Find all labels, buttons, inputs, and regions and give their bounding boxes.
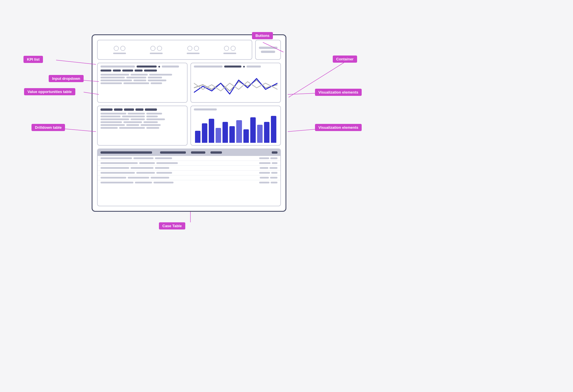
drill-dbar: [126, 124, 139, 126]
drill-dbar: [128, 113, 145, 114]
ct-header-bar: [210, 151, 222, 154]
ct-bar: [128, 177, 149, 179]
bar-chart-area: [194, 113, 277, 143]
ct-bar: [155, 167, 169, 169]
chart-dot: [243, 66, 245, 68]
input-dropdown-row: [101, 66, 184, 68]
ct-bar: [101, 177, 126, 179]
bar-chart-label: [194, 108, 217, 110]
drill-dbar: [146, 116, 158, 117]
ct-bar: [101, 182, 133, 183]
ct-bar: [101, 157, 132, 159]
dropdown-bar-dark: [137, 66, 157, 68]
drill-hbar: [114, 108, 123, 111]
viz-line-chart: [190, 63, 281, 103]
bar-col: [216, 128, 221, 143]
table-row: [98, 171, 280, 175]
drill-dbar: [131, 118, 145, 120]
table-row: [101, 121, 184, 123]
ct-bar-sm: [271, 182, 277, 183]
annotation-viz-1: Visualization elements: [315, 89, 362, 96]
data-bar: [126, 77, 146, 78]
header-bar: [101, 70, 111, 72]
bar-col: [264, 122, 269, 143]
drill-dbar: [119, 127, 145, 129]
table-header-row: [101, 70, 184, 72]
ct-bar-sm: [272, 162, 277, 164]
line-chart-area: [194, 69, 277, 100]
data-bar: [101, 80, 132, 81]
kpi-item-2: [150, 46, 163, 54]
data-bar: [151, 82, 162, 84]
drill-dbar: [143, 121, 158, 123]
drill-dbar: [101, 118, 129, 120]
ct-bar: [139, 162, 155, 164]
dropdown-dot: [158, 66, 160, 68]
kpi-circle: [150, 46, 155, 51]
table-row: [98, 180, 280, 185]
ct-bar-sm: [270, 157, 277, 159]
section-bottom-mid: [97, 106, 281, 146]
ct-bar-sm: [259, 162, 271, 164]
ct-bar: [101, 162, 138, 164]
case-table-body: [98, 156, 280, 185]
table-row: [98, 161, 280, 166]
kpi-bar: [223, 53, 236, 54]
header-bar: [135, 70, 143, 72]
chart-header: [194, 66, 277, 68]
dashboard-container: [92, 34, 286, 212]
drill-dbar: [146, 118, 165, 120]
drill-hbar: [135, 108, 143, 111]
ct-bar: [133, 157, 153, 159]
kpi-circle: [224, 46, 229, 51]
chart-bar-sm: [247, 66, 261, 68]
ct-bar: [156, 172, 172, 174]
ct-bar-sm: [271, 172, 277, 174]
header-bar: [113, 70, 121, 72]
drill-dbar: [101, 113, 126, 114]
drill-dbar: [101, 121, 122, 123]
bar-col: [229, 126, 235, 143]
ct-bar: [131, 167, 153, 169]
button-bar-2: [261, 51, 275, 53]
ct-bar: [153, 182, 174, 183]
data-bar: [148, 80, 166, 81]
data-bar: [148, 77, 162, 78]
bar-col: [222, 122, 228, 143]
drilldown-table: [97, 106, 188, 146]
kpi-item-4: [223, 46, 236, 54]
data-bar: [101, 77, 125, 78]
drill-dbar: [101, 127, 118, 129]
ct-bar: [135, 182, 152, 183]
ct-bar-sm: [260, 177, 269, 179]
chart-label-bar: [194, 66, 222, 68]
table-row: [101, 77, 184, 78]
bar-col: [195, 131, 200, 143]
drill-dbar: [141, 124, 161, 126]
drill-dbar: [101, 116, 121, 117]
drill-header: [101, 108, 184, 111]
drill-dbar: [123, 121, 142, 123]
ct-bar: [151, 177, 169, 179]
drill-dbar: [101, 124, 125, 126]
ct-bar: [155, 157, 172, 159]
drill-hbar: [145, 108, 157, 111]
kpi-circle: [194, 46, 199, 51]
kpi-item-3: [187, 46, 200, 54]
bar-col: [250, 117, 256, 143]
table-row: [98, 166, 280, 171]
ct-header-bar: [160, 151, 186, 154]
drill-dbar: [122, 116, 145, 117]
kpi-bar: [150, 53, 163, 54]
drill-hbar: [101, 108, 113, 111]
annotation-drilldown: Drilldown table: [31, 124, 65, 131]
bar-col: [271, 116, 276, 143]
data-bar: [131, 74, 148, 76]
kpi-list: [97, 40, 252, 60]
ct-bar: [101, 167, 129, 169]
kpi-circle: [114, 46, 119, 51]
buttons-container[interactable]: [255, 40, 281, 60]
ct-header-bar: [272, 151, 277, 154]
kpi-item-1: [113, 46, 126, 54]
dropdown-bar-long: [101, 66, 135, 68]
